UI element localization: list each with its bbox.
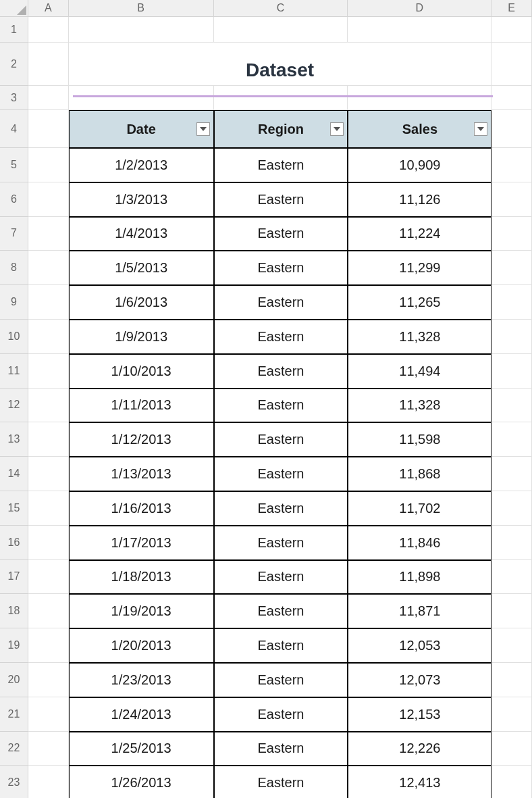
cell-E12[interactable] bbox=[491, 389, 532, 423]
cell-region[interactable]: Eastern bbox=[214, 697, 348, 732]
cell-date[interactable]: 1/2/2013 bbox=[69, 148, 214, 182]
cell-region[interactable]: Eastern bbox=[214, 766, 348, 798]
cell-region[interactable]: Eastern bbox=[214, 560, 348, 595]
row-header-12[interactable]: 12 bbox=[0, 389, 28, 423]
cell-region[interactable]: Eastern bbox=[214, 422, 348, 457]
cell-sales[interactable]: 12,053 bbox=[348, 628, 491, 663]
cell-region[interactable]: Eastern bbox=[214, 217, 348, 251]
cell-E19[interactable] bbox=[491, 628, 532, 663]
cell-sales[interactable]: 11,328 bbox=[348, 389, 491, 423]
cell-date[interactable]: 1/16/2013 bbox=[69, 491, 214, 526]
cell-date[interactable]: 1/26/2013 bbox=[69, 766, 214, 798]
header-region[interactable]: Region bbox=[214, 110, 348, 148]
cell-A5[interactable] bbox=[28, 148, 69, 182]
cell-E21[interactable] bbox=[491, 697, 532, 732]
cell-E6[interactable] bbox=[491, 182, 532, 217]
cell-E4[interactable] bbox=[491, 110, 532, 148]
row-header-13[interactable]: 13 bbox=[0, 422, 28, 457]
cell-A19[interactable] bbox=[28, 628, 69, 663]
cell-A17[interactable] bbox=[28, 560, 69, 595]
cell-A12[interactable] bbox=[28, 389, 69, 423]
cell-A3[interactable] bbox=[28, 86, 69, 110]
cell-sales[interactable]: 11,702 bbox=[348, 491, 491, 526]
cell-A9[interactable] bbox=[28, 285, 69, 320]
row-header-6[interactable]: 6 bbox=[0, 182, 28, 217]
cell-E7[interactable] bbox=[491, 217, 532, 251]
col-header-C[interactable]: C bbox=[214, 0, 348, 16]
cell-sales[interactable]: 11,494 bbox=[348, 354, 491, 389]
cell-region[interactable]: Eastern bbox=[214, 251, 348, 285]
cell-sales[interactable]: 12,153 bbox=[348, 697, 491, 732]
cell-sales[interactable]: 10,909 bbox=[348, 148, 491, 182]
cell-E14[interactable] bbox=[491, 457, 532, 491]
cell-D3[interactable] bbox=[348, 86, 491, 110]
cell-A22[interactable] bbox=[28, 732, 69, 766]
cell-E16[interactable] bbox=[491, 526, 532, 560]
cell-date[interactable]: 1/5/2013 bbox=[69, 251, 214, 285]
cell-D1[interactable] bbox=[348, 17, 491, 43]
filter-button-date[interactable] bbox=[196, 122, 210, 136]
cell-sales[interactable]: 11,598 bbox=[348, 422, 491, 457]
cell-sales[interactable]: 11,126 bbox=[348, 182, 491, 217]
row-header-15[interactable]: 15 bbox=[0, 491, 28, 526]
col-header-A[interactable]: A bbox=[28, 0, 69, 16]
cell-date[interactable]: 1/23/2013 bbox=[69, 663, 214, 697]
row-header-3[interactable]: 3 bbox=[0, 86, 28, 110]
cell-E5[interactable] bbox=[491, 148, 532, 182]
cell-A8[interactable] bbox=[28, 251, 69, 285]
row-header-19[interactable]: 19 bbox=[0, 628, 28, 663]
cell-E3[interactable] bbox=[491, 86, 532, 110]
cell-sales[interactable]: 11,265 bbox=[348, 285, 491, 320]
cell-A6[interactable] bbox=[28, 182, 69, 217]
cell-sales[interactable]: 11,299 bbox=[348, 251, 491, 285]
cell-A7[interactable] bbox=[28, 217, 69, 251]
filter-button-sales[interactable] bbox=[474, 122, 487, 136]
cell-E18[interactable] bbox=[491, 594, 532, 628]
cell-A11[interactable] bbox=[28, 354, 69, 389]
cell-E10[interactable] bbox=[491, 320, 532, 354]
row-header-10[interactable]: 10 bbox=[0, 320, 28, 354]
cell-date[interactable]: 1/24/2013 bbox=[69, 697, 214, 732]
cell-B1[interactable] bbox=[69, 17, 214, 43]
cell-date[interactable]: 1/20/2013 bbox=[69, 628, 214, 663]
cell-sales[interactable]: 12,073 bbox=[348, 663, 491, 697]
cell-E8[interactable] bbox=[491, 251, 532, 285]
row-header-20[interactable]: 20 bbox=[0, 663, 28, 697]
cell-date[interactable]: 1/19/2013 bbox=[69, 594, 214, 628]
cell-region[interactable]: Eastern bbox=[214, 526, 348, 560]
cell-A23[interactable] bbox=[28, 766, 69, 798]
row-header-17[interactable]: 17 bbox=[0, 560, 28, 595]
cell-sales[interactable]: 11,224 bbox=[348, 217, 491, 251]
row-header-9[interactable]: 9 bbox=[0, 285, 28, 320]
row-header-5[interactable]: 5 bbox=[0, 148, 28, 182]
cell-A10[interactable] bbox=[28, 320, 69, 354]
cell-region[interactable]: Eastern bbox=[214, 663, 348, 697]
cell-sales[interactable]: 11,846 bbox=[348, 526, 491, 560]
cell-E13[interactable] bbox=[491, 422, 532, 457]
cell-E2[interactable] bbox=[491, 43, 532, 86]
cell-sales[interactable]: 12,413 bbox=[348, 766, 491, 798]
cell-sales[interactable]: 12,226 bbox=[348, 732, 491, 766]
cell-A1[interactable] bbox=[28, 17, 69, 43]
cell-A14[interactable] bbox=[28, 457, 69, 491]
row-header-11[interactable]: 11 bbox=[0, 354, 28, 389]
cell-region[interactable]: Eastern bbox=[214, 457, 348, 491]
row-header-4[interactable]: 4 bbox=[0, 110, 28, 148]
row-header-23[interactable]: 23 bbox=[0, 766, 28, 798]
row-header-2[interactable]: 2 bbox=[0, 43, 28, 86]
cell-E1[interactable] bbox=[491, 17, 532, 43]
cell-A16[interactable] bbox=[28, 526, 69, 560]
cell-date[interactable]: 1/11/2013 bbox=[69, 389, 214, 423]
cell-sales[interactable]: 11,328 bbox=[348, 320, 491, 354]
cell-region[interactable]: Eastern bbox=[214, 491, 348, 526]
cell-date[interactable]: 1/12/2013 bbox=[69, 422, 214, 457]
cell-date[interactable]: 1/18/2013 bbox=[69, 560, 214, 595]
cell-region[interactable]: Eastern bbox=[214, 354, 348, 389]
cell-A13[interactable] bbox=[28, 422, 69, 457]
cell-region[interactable]: Eastern bbox=[214, 285, 348, 320]
col-header-B[interactable]: B bbox=[69, 0, 214, 16]
cell-region[interactable]: Eastern bbox=[214, 732, 348, 766]
col-header-E[interactable]: E bbox=[491, 0, 532, 16]
cell-E23[interactable] bbox=[491, 766, 532, 798]
select-all-triangle[interactable] bbox=[0, 0, 28, 17]
